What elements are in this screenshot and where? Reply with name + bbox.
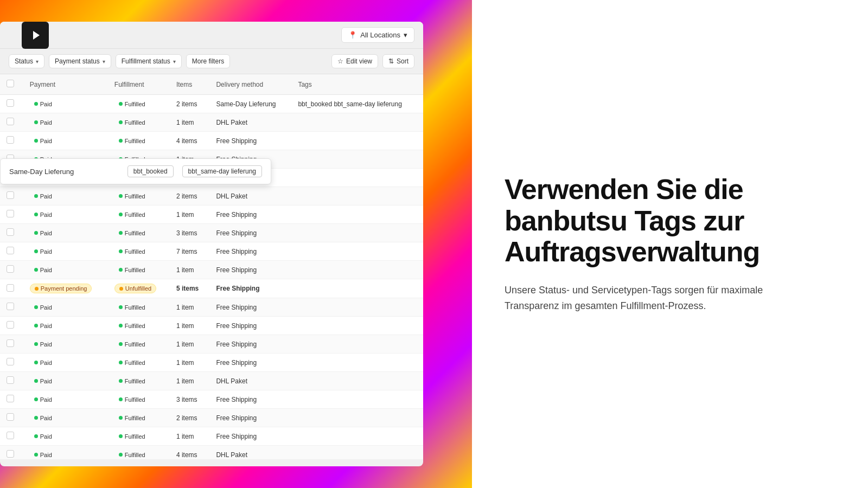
row-payment: Paid: [23, 372, 108, 390]
fulfilled-badge: Fulfilled: [114, 266, 150, 274]
row-tags: [291, 187, 423, 206]
row-items: 2 items: [170, 187, 210, 206]
table-row[interactable]: Payment pendingUnfulfilled5 itemsFree Sh…: [0, 279, 423, 298]
sub-text: Unsere Status- und Servicetypen-Tags sor…: [505, 282, 819, 314]
table-row[interactable]: PaidFulfilled4 itemsFree Shipping: [0, 132, 423, 150]
table-row[interactable]: PaidFulfilled1 itemFree Shipping: [0, 335, 423, 354]
table-row[interactable]: PaidFulfilled3 itemsFree Shipping: [0, 224, 423, 242]
table-row[interactable]: PaidFulfilled1 itemFree Shipping: [0, 206, 423, 224]
row-items: 1 item: [170, 335, 210, 354]
row-checkbox[interactable]: [0, 224, 23, 242]
row-checkbox[interactable]: [0, 113, 23, 132]
table-row[interactable]: PaidFulfilled1 itemFree Shipping: [0, 427, 423, 446]
paid-badge: Paid: [30, 118, 56, 127]
row-checkbox[interactable]: [0, 279, 23, 298]
row-checkbox[interactable]: [0, 261, 23, 279]
row-payment: Paid: [23, 335, 108, 354]
paid-badge: Paid: [30, 432, 56, 441]
row-fulfillment: Fulfilled: [108, 95, 170, 113]
right-panel: Verwenden Sie die banbutsu Tags zur Auft…: [472, 0, 868, 488]
row-payment: Paid: [23, 206, 108, 224]
row-checkbox[interactable]: [0, 242, 23, 261]
table-row[interactable]: PaidFulfilled2 itemsFree Shipping: [0, 409, 423, 427]
row-checkbox[interactable]: [0, 427, 23, 446]
table-row[interactable]: PaidFulfilled1 itemDHL Paket: [0, 113, 423, 132]
app-logo[interactable]: [22, 22, 49, 49]
row-checkbox[interactable]: [0, 372, 23, 390]
fulfillment-status-filter-button[interactable]: Fulfillment status ▾: [116, 54, 182, 68]
fulfilled-badge: Fulfilled: [114, 137, 150, 145]
row-payment: Payment pending: [23, 279, 108, 298]
row-delivery: Free Shipping: [209, 390, 291, 409]
fulfilled-badge: Fulfilled: [114, 210, 150, 219]
row-items: 3 items: [170, 224, 210, 242]
left-panel: 📍 All Locations ▾ Status ▾ Payment statu…: [0, 0, 472, 488]
row-payment: Paid: [23, 317, 108, 335]
edit-view-button[interactable]: ☆ Edit view: [331, 54, 378, 68]
table-header-row: Payment Fulfillment Items Delivery metho…: [0, 74, 423, 95]
row-payment: Paid: [23, 390, 108, 409]
row-checkbox[interactable]: [0, 354, 23, 372]
row-payment: Paid: [23, 409, 108, 427]
row-payment: Paid: [23, 354, 108, 372]
table-row[interactable]: PaidFulfilled1 itemFree Shipping: [0, 354, 423, 372]
table-row[interactable]: PaidFulfilled2 itemsDHL Paket: [0, 187, 423, 206]
row-checkbox[interactable]: [0, 206, 23, 224]
paid-badge: Paid: [30, 266, 56, 274]
row-checkbox[interactable]: [0, 335, 23, 354]
row-tags: [291, 261, 423, 279]
row-payment: Paid: [23, 224, 108, 242]
chevron-down-icon: ▾: [103, 59, 105, 65]
table-row[interactable]: PaidFulfilled1 itemFree Shipping: [0, 317, 423, 335]
table-row[interactable]: PaidFulfilled4 itemsDHL Paket: [0, 446, 423, 460]
table-row[interactable]: PaidFulfilled2 itemsSame-Day Lieferungbb…: [0, 95, 423, 113]
row-payment: Paid: [23, 298, 108, 317]
table-row[interactable]: PaidFulfilled7 itemsFree Shipping: [0, 242, 423, 261]
row-checkbox[interactable]: [0, 409, 23, 427]
col-items: Items: [170, 74, 210, 95]
row-fulfillment: Fulfilled: [108, 224, 170, 242]
row-delivery: Free Shipping: [209, 242, 291, 261]
more-filters-button[interactable]: More filters: [186, 54, 230, 68]
row-checkbox[interactable]: [0, 317, 23, 335]
row-payment: Paid: [23, 446, 108, 460]
row-delivery: DHL Paket: [209, 372, 291, 390]
fulfilled-badge: Fulfilled: [114, 247, 150, 256]
sort-label: Sort: [397, 57, 409, 65]
row-delivery: Free Shipping: [209, 279, 291, 298]
table-row[interactable]: PaidFulfilled3 itemsFree Shipping: [0, 390, 423, 409]
row-checkbox[interactable]: [0, 298, 23, 317]
row-payment: Paid: [23, 427, 108, 446]
row-tags: [291, 113, 423, 132]
row-checkbox[interactable]: [0, 446, 23, 460]
pin-icon: 📍: [348, 31, 357, 39]
table-row[interactable]: PaidFulfilled1 itemDHL Paket: [0, 372, 423, 390]
status-filter-label: Status: [15, 57, 33, 65]
location-button[interactable]: 📍 All Locations ▾: [341, 27, 414, 43]
paid-badge: Paid: [30, 358, 56, 367]
row-fulfillment: Fulfilled: [108, 372, 170, 390]
row-items: 1 item: [170, 206, 210, 224]
sort-button[interactable]: ⇅ Sort: [382, 54, 414, 68]
status-filter-button[interactable]: Status ▾: [9, 54, 44, 68]
row-fulfillment: Fulfilled: [108, 298, 170, 317]
row-fulfillment: Fulfilled: [108, 427, 170, 446]
logo-icon: [29, 29, 42, 42]
paid-badge: Paid: [30, 210, 56, 219]
chevron-down-icon: ▾: [404, 31, 407, 39]
fulfillment-status-label: Fulfillment status: [122, 57, 170, 65]
table-row[interactable]: PaidFulfilled1 itemFree Shipping: [0, 261, 423, 279]
row-checkbox[interactable]: [0, 95, 23, 113]
row-delivery: Free Shipping: [209, 206, 291, 224]
table-row[interactable]: PaidFulfilled1 itemFree Shipping: [0, 298, 423, 317]
row-fulfillment: Fulfilled: [108, 132, 170, 150]
payment-status-filter-button[interactable]: Payment status ▾: [49, 54, 111, 68]
row-tags: [291, 409, 423, 427]
row-checkbox[interactable]: [0, 187, 23, 206]
row-delivery: Free Shipping: [209, 132, 291, 150]
row-checkbox[interactable]: [0, 390, 23, 409]
row-items: 1 item: [170, 317, 210, 335]
row-fulfillment: Fulfilled: [108, 113, 170, 132]
paid-badge: Paid: [30, 137, 56, 145]
row-checkbox[interactable]: [0, 132, 23, 150]
